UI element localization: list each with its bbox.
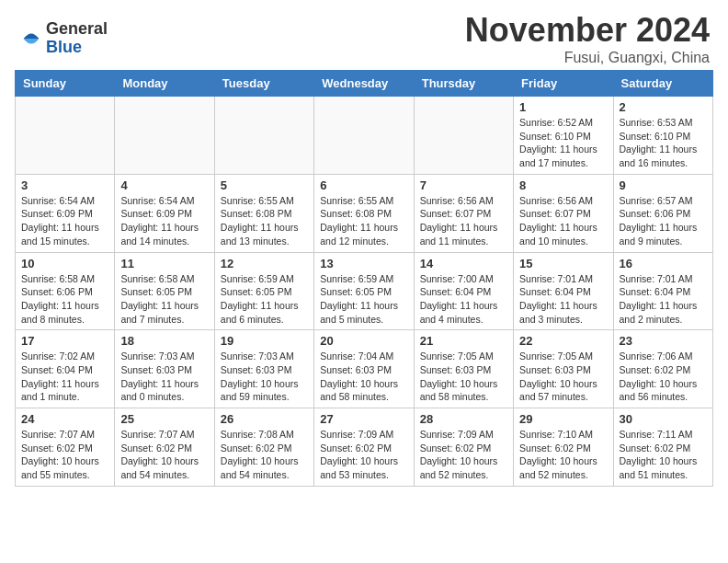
day-number: 19: [221, 334, 308, 348]
day-number: 8: [519, 178, 607, 192]
day-cell: 2Sunrise: 6:53 AMSunset: 6:10 PMDaylight…: [613, 97, 712, 175]
day-cell: 27Sunrise: 7:09 AMSunset: 6:02 PMDayligh…: [314, 408, 414, 487]
day-info: Sunrise: 7:07 AMSunset: 6:02 PMDaylight:…: [21, 428, 108, 482]
col-header-sunday: Sunday: [16, 71, 115, 97]
day-info: Sunrise: 7:08 AMSunset: 6:02 PMDaylight:…: [221, 428, 308, 482]
day-info: Sunrise: 6:58 AMSunset: 6:06 PMDaylight:…: [21, 272, 108, 327]
day-cell: 17Sunrise: 7:02 AMSunset: 6:04 PMDayligh…: [16, 330, 115, 408]
day-number: 25: [120, 412, 208, 426]
day-info: Sunrise: 6:54 AMSunset: 6:09 PMDaylight:…: [120, 194, 208, 248]
week-row-0: 1Sunrise: 6:52 AMSunset: 6:10 PMDaylight…: [16, 97, 713, 175]
calendar: SundayMondayTuesdayWednesdayThursdayFrid…: [15, 70, 713, 487]
day-info: Sunrise: 6:55 AMSunset: 6:08 PMDaylight:…: [221, 194, 308, 248]
day-info: Sunrise: 7:00 AMSunset: 6:04 PMDaylight:…: [420, 272, 507, 327]
header-row: SundayMondayTuesdayWednesdayThursdayFrid…: [16, 71, 713, 97]
day-number: 5: [221, 178, 308, 192]
day-cell: 7Sunrise: 6:56 AMSunset: 6:07 PMDaylight…: [414, 174, 513, 252]
day-number: 13: [320, 257, 407, 270]
day-cell: 4Sunrise: 6:54 AMSunset: 6:09 PMDaylight…: [115, 174, 214, 252]
logo: General Blue: [18, 20, 108, 57]
day-info: Sunrise: 7:09 AMSunset: 6:02 PMDaylight:…: [420, 428, 507, 482]
col-header-monday: Monday: [115, 71, 214, 97]
day-number: 2: [620, 100, 707, 114]
day-cell: 21Sunrise: 7:05 AMSunset: 6:03 PMDayligh…: [414, 330, 513, 408]
col-header-tuesday: Tuesday: [214, 71, 313, 97]
day-info: Sunrise: 7:11 AMSunset: 6:02 PMDaylight:…: [620, 428, 707, 482]
day-number: 21: [420, 334, 507, 348]
day-info: Sunrise: 7:03 AMSunset: 6:03 PMDaylight:…: [120, 350, 208, 404]
day-cell: 22Sunrise: 7:05 AMSunset: 6:03 PMDayligh…: [514, 330, 613, 408]
day-info: Sunrise: 7:01 AMSunset: 6:04 PMDaylight:…: [620, 272, 707, 327]
col-header-thursday: Thursday: [414, 71, 513, 97]
day-number: 1: [519, 100, 607, 114]
day-info: Sunrise: 6:58 AMSunset: 6:05 PMDaylight:…: [120, 272, 208, 327]
day-cell: [414, 97, 513, 175]
col-header-wednesday: Wednesday: [314, 71, 414, 97]
day-number: 15: [519, 257, 607, 270]
day-info: Sunrise: 7:05 AMSunset: 6:03 PMDaylight:…: [519, 350, 607, 404]
day-number: 7: [420, 178, 507, 192]
header: General Blue November 2024 Fusui, Guangx…: [0, 0, 728, 70]
day-info: Sunrise: 6:56 AMSunset: 6:07 PMDaylight:…: [420, 194, 507, 248]
day-number: 30: [620, 412, 707, 426]
day-cell: 25Sunrise: 7:07 AMSunset: 6:02 PMDayligh…: [115, 408, 214, 487]
day-cell: 19Sunrise: 7:03 AMSunset: 6:03 PMDayligh…: [214, 330, 313, 408]
calendar-header: SundayMondayTuesdayWednesdayThursdayFrid…: [16, 71, 713, 97]
day-cell: 13Sunrise: 6:59 AMSunset: 6:05 PMDayligh…: [314, 252, 414, 330]
day-info: Sunrise: 6:59 AMSunset: 6:05 PMDaylight:…: [221, 272, 308, 327]
day-info: Sunrise: 7:03 AMSunset: 6:03 PMDaylight:…: [221, 350, 308, 404]
day-cell: 10Sunrise: 6:58 AMSunset: 6:06 PMDayligh…: [16, 252, 115, 330]
col-header-friday: Friday: [514, 71, 613, 97]
day-cell: 12Sunrise: 6:59 AMSunset: 6:05 PMDayligh…: [214, 252, 313, 330]
day-cell: [115, 97, 214, 175]
day-cell: 24Sunrise: 7:07 AMSunset: 6:02 PMDayligh…: [16, 408, 115, 487]
day-number: 18: [120, 334, 208, 348]
day-cell: 15Sunrise: 7:01 AMSunset: 6:04 PMDayligh…: [514, 252, 613, 330]
day-number: 23: [620, 334, 707, 348]
week-row-1: 3Sunrise: 6:54 AMSunset: 6:09 PMDaylight…: [16, 174, 713, 252]
day-cell: 16Sunrise: 7:01 AMSunset: 6:04 PMDayligh…: [613, 252, 712, 330]
calendar-body: 1Sunrise: 6:52 AMSunset: 6:10 PMDaylight…: [16, 97, 713, 487]
day-info: Sunrise: 6:57 AMSunset: 6:06 PMDaylight:…: [620, 194, 707, 248]
day-cell: [214, 97, 313, 175]
day-number: 9: [620, 178, 707, 192]
day-cell: 26Sunrise: 7:08 AMSunset: 6:02 PMDayligh…: [214, 408, 313, 487]
day-info: Sunrise: 7:06 AMSunset: 6:02 PMDaylight:…: [620, 350, 707, 404]
day-cell: 23Sunrise: 7:06 AMSunset: 6:02 PMDayligh…: [613, 330, 712, 408]
day-info: Sunrise: 7:10 AMSunset: 6:02 PMDaylight:…: [519, 428, 607, 482]
day-cell: 1Sunrise: 6:52 AMSunset: 6:10 PMDaylight…: [514, 97, 613, 175]
day-number: 16: [620, 257, 707, 270]
day-cell: 14Sunrise: 7:00 AMSunset: 6:04 PMDayligh…: [414, 252, 513, 330]
day-number: 22: [519, 334, 607, 348]
day-number: 26: [221, 412, 308, 426]
day-info: Sunrise: 6:56 AMSunset: 6:07 PMDaylight:…: [519, 194, 607, 248]
day-cell: 29Sunrise: 7:10 AMSunset: 6:02 PMDayligh…: [514, 408, 613, 487]
day-cell: 8Sunrise: 6:56 AMSunset: 6:07 PMDaylight…: [514, 174, 613, 252]
day-cell: 20Sunrise: 7:04 AMSunset: 6:03 PMDayligh…: [314, 330, 414, 408]
day-cell: [314, 97, 414, 175]
day-info: Sunrise: 6:54 AMSunset: 6:09 PMDaylight:…: [21, 194, 108, 248]
logo-icon: [18, 26, 44, 52]
week-row-2: 10Sunrise: 6:58 AMSunset: 6:06 PMDayligh…: [16, 252, 713, 330]
day-number: 14: [420, 257, 507, 270]
main-title: November 2024: [465, 11, 710, 50]
logo-text: General Blue: [46, 20, 108, 57]
day-cell: 6Sunrise: 6:55 AMSunset: 6:08 PMDaylight…: [314, 174, 414, 252]
day-info: Sunrise: 6:53 AMSunset: 6:10 PMDaylight:…: [620, 116, 707, 170]
day-number: 20: [320, 334, 407, 348]
day-number: 10: [21, 257, 108, 270]
day-info: Sunrise: 7:02 AMSunset: 6:04 PMDaylight:…: [21, 350, 108, 404]
title-section: November 2024 Fusui, Guangxi, China: [465, 11, 710, 66]
day-cell: 11Sunrise: 6:58 AMSunset: 6:05 PMDayligh…: [115, 252, 214, 330]
day-number: 6: [320, 178, 407, 192]
day-number: 29: [519, 412, 607, 426]
day-info: Sunrise: 7:05 AMSunset: 6:03 PMDaylight:…: [420, 350, 507, 404]
day-number: 17: [21, 334, 108, 348]
day-number: 4: [120, 178, 208, 192]
day-cell: 9Sunrise: 6:57 AMSunset: 6:06 PMDaylight…: [613, 174, 712, 252]
day-info: Sunrise: 6:55 AMSunset: 6:08 PMDaylight:…: [320, 194, 407, 248]
day-number: 3: [21, 178, 108, 192]
day-cell: 3Sunrise: 6:54 AMSunset: 6:09 PMDaylight…: [16, 174, 115, 252]
day-number: 12: [221, 257, 308, 270]
day-cell: [16, 97, 115, 175]
